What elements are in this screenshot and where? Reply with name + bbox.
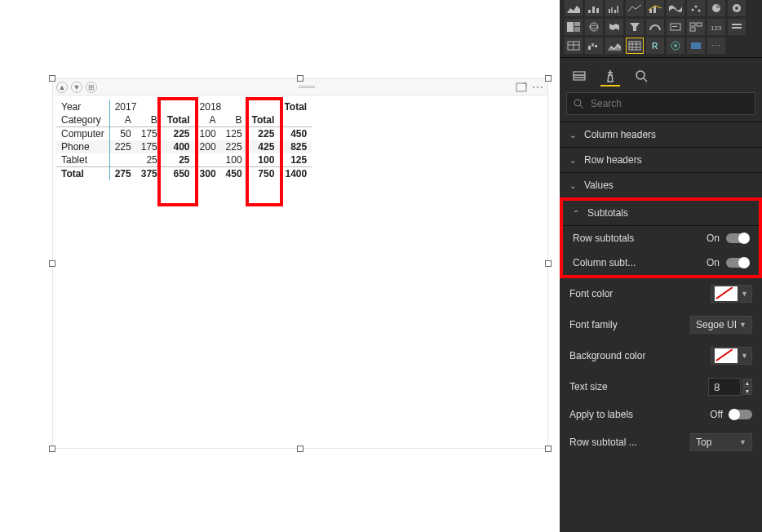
focus-mode-icon[interactable]	[516, 82, 527, 92]
section-subtotals[interactable]: ⌃ Subtotals	[563, 201, 759, 225]
search-input[interactable]	[591, 98, 748, 109]
viz-slicer-icon[interactable]	[728, 19, 746, 35]
cell: 650	[162, 167, 195, 181]
viz-stacked-bar-icon[interactable]	[585, 0, 603, 16]
cell: 100	[221, 153, 247, 167]
cell: 450	[279, 127, 312, 141]
cell: 225	[221, 140, 247, 153]
text-size-prop: Text size ▲▼	[560, 371, 762, 402]
svg-rect-33	[595, 45, 597, 47]
viz-area-chart-icon[interactable]	[565, 0, 583, 16]
svg-point-41	[674, 44, 677, 47]
annotation-box-subtotals: ⌃ Subtotals Row subtotals On Column subt…	[560, 197, 762, 278]
cell: 100	[195, 127, 221, 141]
chevron-down-icon: ⌄	[569, 181, 578, 190]
text-size-stepper[interactable]: ▲▼	[708, 378, 752, 396]
section-row-headers[interactable]: ⌄ Row headers	[560, 147, 762, 172]
svg-rect-24	[690, 28, 695, 31]
resize-handle[interactable]	[297, 446, 303, 452]
viz-funnel-icon[interactable]	[626, 19, 644, 35]
cell: 200	[195, 140, 221, 153]
expand-all-icon[interactable]: ⊞	[86, 82, 97, 93]
viz-matrix-icon[interactable]	[626, 38, 644, 54]
viz-custom-icon[interactable]: ⋯	[707, 38, 725, 54]
color-picker[interactable]: ▼	[711, 285, 752, 303]
drag-handle-icon[interactable]	[299, 86, 315, 88]
svg-rect-16	[567, 22, 574, 32]
cell	[195, 153, 221, 167]
pane-tabs	[560, 57, 762, 86]
resize-handle[interactable]	[545, 75, 552, 82]
column-sub: A	[195, 113, 221, 127]
cell: 825	[279, 140, 312, 153]
resize-handle[interactable]	[297, 75, 303, 82]
section-column-headers[interactable]: ⌄ Column headers	[560, 122, 762, 147]
svg-rect-42	[691, 42, 701, 49]
cell: 300	[195, 167, 221, 181]
viz-multicard-icon[interactable]	[687, 19, 705, 35]
viz-map-icon[interactable]	[585, 19, 603, 35]
toggle-switch[interactable]	[726, 233, 749, 243]
column-subtotal: Total	[247, 113, 280, 127]
viz-combo-icon[interactable]	[646, 0, 664, 16]
prop-label: Row subtotal ...	[569, 437, 637, 448]
resize-handle[interactable]	[49, 446, 55, 452]
toggle-state: Off	[710, 409, 723, 420]
viz-donut-icon[interactable]	[728, 0, 746, 16]
viz-filled-map-icon[interactable]	[605, 19, 623, 35]
section-values[interactable]: ⌄ Values	[560, 172, 762, 197]
resize-handle[interactable]	[545, 260, 552, 267]
viz-python-icon[interactable]	[687, 38, 705, 54]
more-options-icon[interactable]: ⋯	[532, 81, 544, 94]
row-subtotal-position-select[interactable]: Top▼	[690, 433, 752, 451]
viz-r-icon[interactable]: R	[646, 38, 664, 54]
svg-rect-6	[614, 10, 616, 13]
viz-waterfall-icon[interactable]	[585, 38, 603, 54]
viz-kpi-icon[interactable]: 123	[707, 19, 725, 35]
svg-point-12	[698, 10, 701, 12]
cell: 275	[109, 167, 136, 181]
step-up-icon[interactable]: ▲	[742, 379, 752, 387]
apply-to-labels-toggle[interactable]: Apply to labels Off	[560, 402, 762, 427]
toggle-switch[interactable]	[726, 258, 749, 268]
viz-ribbon-icon[interactable]	[667, 0, 684, 16]
drill-down-icon[interactable]: ▼	[71, 82, 82, 93]
resize-handle[interactable]	[49, 75, 55, 82]
svg-rect-31	[588, 46, 591, 50]
svg-point-10	[692, 9, 694, 11]
font-family-select[interactable]: Segoe UI▼	[690, 316, 752, 334]
svg-rect-3	[596, 8, 599, 13]
row-subtotals-toggle[interactable]: Row subtotals On	[563, 226, 759, 250]
viz-treemap-icon[interactable]	[565, 19, 583, 35]
format-tab-icon[interactable]	[602, 66, 618, 86]
viz-pie-icon[interactable]	[707, 0, 725, 16]
column-subtotals-toggle[interactable]: Column subt... On	[563, 250, 759, 275]
svg-rect-21	[672, 26, 677, 27]
toggle-state: On	[707, 233, 720, 244]
resize-handle[interactable]	[49, 260, 55, 267]
matrix-visual[interactable]: ▲ ▼ ⊞ ⋯ Year 2017 2018 Total	[52, 78, 548, 449]
viz-arcgis-icon[interactable]	[667, 38, 684, 54]
viz-line-icon[interactable]	[626, 0, 644, 16]
svg-rect-9	[653, 7, 656, 13]
drill-up-icon[interactable]: ▲	[56, 82, 68, 93]
resize-handle[interactable]	[545, 446, 552, 452]
viz-gauge-icon[interactable]	[646, 19, 664, 35]
viz-scatter-icon[interactable]	[687, 0, 705, 16]
viz-card-icon[interactable]	[667, 19, 684, 35]
fields-tab-icon[interactable]	[571, 66, 587, 86]
color-picker[interactable]: ▼	[711, 347, 752, 365]
analytics-tab-icon[interactable]	[633, 66, 649, 86]
svg-rect-1	[588, 10, 591, 13]
toggle-switch[interactable]	[729, 410, 752, 419]
viz-clustered-bar-icon[interactable]	[605, 0, 623, 16]
column-subtotal: Total	[162, 113, 195, 127]
search-icon	[574, 99, 584, 109]
text-size-input[interactable]	[708, 378, 741, 396]
format-search[interactable]	[566, 92, 755, 115]
viz-table-icon[interactable]	[565, 38, 583, 54]
viz-stacked-area-icon[interactable]	[605, 38, 623, 54]
report-canvas[interactable]: ▲ ▼ ⊞ ⋯ Year 2017 2018 Total	[0, 0, 560, 532]
step-down-icon[interactable]: ▼	[742, 387, 752, 395]
row-label: Phone	[56, 140, 109, 153]
